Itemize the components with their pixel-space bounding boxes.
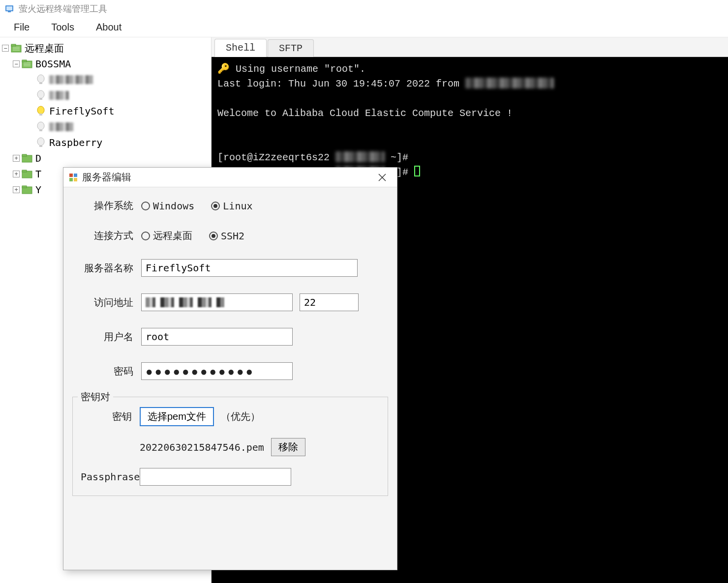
label-passphrase: Passphrase: [81, 471, 140, 483]
dialog-close-button[interactable]: [372, 170, 392, 185]
close-icon: [378, 173, 387, 182]
tree-item[interactable]: [0, 87, 211, 103]
radio-conn-ssh2[interactable]: SSH2: [209, 230, 244, 242]
server-edit-dialog: 服务器编辑 操作系统 Windows Linux 连接方式: [63, 167, 397, 570]
key-icon: 🔑: [217, 63, 230, 75]
tree-group-d[interactable]: + D: [0, 150, 211, 166]
tree-item-label: FireflySoft: [49, 105, 114, 117]
radio-label: Linux: [223, 200, 252, 212]
terminal-line: Using username "root".: [236, 63, 365, 75]
expand-icon[interactable]: +: [13, 155, 20, 162]
pem-filename: 20220630215847546.pem: [140, 441, 264, 453]
svg-rect-1: [6, 6, 12, 10]
row-server-name: 服务器名称: [72, 259, 388, 277]
app-icon: [4, 3, 15, 14]
redacted-address: [146, 297, 224, 307]
fieldset-keypair: 密钥对 密钥 选择pem文件 （优先） 20220630215847546.pe…: [72, 397, 388, 496]
tab-shell[interactable]: Shell: [214, 39, 267, 57]
window-titlebar: 萤火远程终端管理工具: [0, 0, 728, 18]
tree-item-label: Raspberry: [49, 137, 102, 148]
row-passphrase: Passphrase: [81, 468, 380, 486]
input-passphrase[interactable]: [140, 468, 291, 486]
redacted-text: [465, 78, 554, 88]
svg-rect-14: [39, 82, 42, 84]
row-conn: 连接方式 远程桌面 SSH2: [72, 229, 388, 242]
radio-icon: [141, 202, 150, 210]
svg-point-15: [37, 90, 44, 98]
redacted-label: [49, 122, 74, 131]
bulb-off-icon: [35, 90, 46, 101]
svg-rect-32: [74, 178, 77, 181]
terminal-prompt-tail: ~]#: [391, 152, 408, 163]
label-username: 用户名: [72, 330, 141, 344]
redacted-label: [49, 91, 69, 100]
tree-item[interactable]: [0, 119, 211, 135]
tree-item-fireflysoft[interactable]: FireflySoft: [0, 103, 211, 119]
folder-icon: [22, 170, 32, 178]
label-address: 访问地址: [72, 296, 141, 309]
tree-group-label: Y: [35, 184, 41, 196]
menu-about[interactable]: About: [85, 19, 132, 36]
tree-group-bossma[interactable]: − BOSSMA: [0, 56, 211, 72]
label-conn: 连接方式: [72, 229, 141, 242]
input-port[interactable]: [300, 293, 359, 311]
expand-icon[interactable]: +: [13, 186, 20, 193]
svg-rect-26: [22, 170, 27, 172]
label-os: 操作系统: [72, 199, 141, 212]
button-select-pem[interactable]: 选择pem文件: [140, 407, 214, 426]
row-password: 密码 ●●●●●●●●●●●●: [72, 362, 388, 380]
input-password[interactable]: ●●●●●●●●●●●●: [141, 362, 293, 380]
svg-rect-22: [39, 145, 42, 147]
input-username[interactable]: [141, 328, 293, 346]
svg-rect-4: [11, 44, 16, 46]
row-key: 密钥 选择pem文件 （优先）: [81, 407, 380, 426]
bulb-off-icon: [35, 137, 46, 148]
collapse-icon[interactable]: −: [2, 45, 9, 52]
tree-root[interactable]: − 远程桌面: [0, 40, 211, 56]
terminal-cursor: [414, 166, 420, 176]
row-username: 用户名: [72, 328, 388, 346]
tab-sftp[interactable]: SFTP: [268, 39, 314, 57]
terminal-line: Last login: Thu Jun 30 19:45:07 2022 fro…: [217, 78, 465, 89]
terminal-line: Welcome to Alibaba Cloud Elastic Compute…: [217, 108, 513, 119]
tree-root-label: 远程桌面: [25, 42, 64, 55]
legend-keypair: 密钥对: [78, 390, 113, 404]
svg-point-19: [37, 122, 44, 130]
menu-file[interactable]: File: [3, 19, 40, 36]
button-remove-pem[interactable]: 移除: [271, 438, 305, 456]
svg-rect-20: [39, 129, 42, 131]
folder-icon: [22, 59, 32, 68]
input-address[interactable]: [141, 293, 293, 311]
dialog-titlebar[interactable]: 服务器编辑: [63, 168, 397, 187]
svg-point-13: [37, 75, 44, 83]
folder-icon: [11, 44, 22, 53]
radio-os-windows[interactable]: Windows: [141, 200, 194, 212]
radio-os-linux[interactable]: Linux: [211, 200, 252, 212]
svg-point-21: [37, 138, 44, 146]
terminal-prompt: [root@iZ2zeeqrt6s22: [217, 152, 330, 163]
svg-rect-2: [8, 11, 11, 12]
bulb-off-icon: [35, 74, 46, 85]
label-password: 密码: [72, 365, 141, 378]
terminal-tabstrip: Shell SFTP: [212, 37, 728, 57]
tree-item-raspberry[interactable]: Raspberry: [0, 135, 211, 150]
menu-tools[interactable]: Tools: [40, 19, 85, 36]
radio-checked-icon: [209, 232, 218, 240]
expand-icon[interactable]: +: [13, 171, 20, 177]
row-os: 操作系统 Windows Linux: [72, 199, 388, 212]
collapse-icon[interactable]: −: [13, 60, 20, 67]
svg-rect-16: [39, 98, 42, 100]
dialog-icon: [68, 173, 78, 182]
svg-point-17: [37, 106, 44, 114]
tree-item[interactable]: [0, 72, 211, 87]
radio-icon: [141, 232, 150, 240]
radio-conn-rdp[interactable]: 远程桌面: [141, 229, 192, 242]
svg-rect-29: [69, 174, 73, 177]
dialog-title: 服务器编辑: [82, 171, 372, 184]
key-priority-note: （优先）: [221, 410, 260, 423]
svg-rect-9: [22, 60, 27, 62]
input-server-name[interactable]: [141, 259, 358, 277]
svg-rect-30: [74, 174, 77, 177]
label-server-name: 服务器名称: [72, 262, 141, 275]
row-address: 访问地址: [72, 293, 388, 311]
